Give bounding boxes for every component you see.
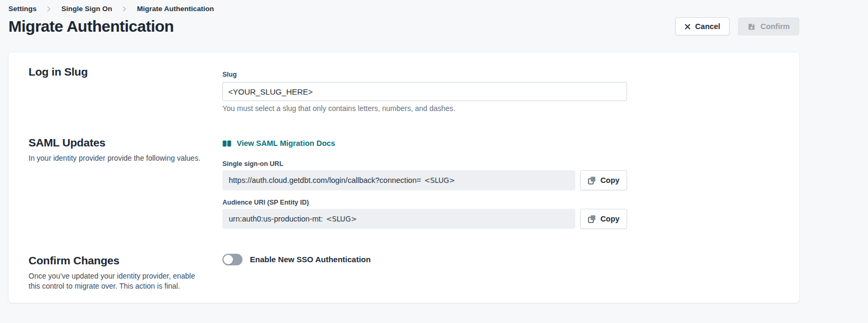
copy-audience-uri-button[interactable]: Copy (580, 209, 627, 229)
confirm-description: Once you’ve updated your identity provid… (29, 271, 203, 291)
breadcrumb-migrate-authentication: Migrate Authentication (137, 5, 214, 13)
copy-button-label: Copy (600, 176, 619, 184)
audience-uri-slug-token: <SLUG> (326, 215, 357, 223)
page-header: Migrate Authentication Cancel Confirm (8, 17, 799, 35)
slug-helper-text: You must select a slug that only contain… (222, 104, 627, 114)
x-icon (685, 24, 690, 30)
view-saml-migration-docs-link[interactable]: View SAML Migration Docs (222, 139, 335, 147)
enable-sso-toggle-label: Enable New SSO Authentication (250, 255, 371, 264)
enable-sso-toggle[interactable] (222, 254, 242, 265)
confirm-button-label: Confirm (760, 22, 790, 31)
audience-uri-label: Audience URI (SP Entity ID) (222, 199, 627, 206)
page-title: Migrate Authentication (8, 17, 174, 35)
sso-url-slug-token: <SLUG> (424, 176, 455, 184)
header-actions: Cancel Confirm (675, 17, 799, 35)
breadcrumb-settings[interactable]: Settings (8, 5, 36, 13)
saml-description: In your identity provider provide the fo… (29, 153, 203, 163)
copy-sso-url-button[interactable]: Copy (580, 170, 627, 190)
sso-url-value: https://auth.cloud.getdbt.com/login/call… (222, 170, 575, 190)
docs-link-label: View SAML Migration Docs (237, 139, 335, 147)
sso-url-row: https://auth.cloud.getdbt.com/login/call… (222, 170, 627, 190)
slug-field-label: Slug (222, 71, 627, 78)
cancel-button[interactable]: Cancel (675, 17, 730, 35)
save-icon (748, 23, 755, 31)
audience-uri-value: urn:auth0:us-production-mt: <SLUG> (222, 209, 575, 229)
toggle-knob (223, 255, 233, 264)
breadcrumb-single-sign-on[interactable]: Single Sign On (61, 5, 112, 13)
section-login-slug: Log in Slug Slug You must select a slug … (29, 65, 779, 114)
enable-sso-toggle-row: Enable New SSO Authentication (222, 254, 627, 265)
sso-url-prefix: https://auth.cloud.getdbt.com/login/call… (229, 176, 421, 184)
sso-url-label: Single sign-on URL (222, 161, 627, 168)
chevron-right-icon (47, 6, 51, 12)
book-icon (222, 140, 231, 147)
audience-uri-prefix: urn:auth0:us-production-mt: (229, 215, 323, 223)
breadcrumb: Settings Single Sign On Migrate Authenti… (8, 0, 799, 13)
copy-icon (587, 176, 596, 184)
migrate-authentication-page: Settings Single Sign On Migrate Authenti… (8, 0, 799, 303)
section-confirm-changes: Confirm Changes Once you’ve updated your… (29, 254, 779, 291)
chevron-right-icon (123, 6, 126, 12)
section-title-login-slug: Log in Slug (29, 65, 222, 79)
settings-card: Log in Slug Slug You must select a slug … (8, 52, 799, 303)
slug-input[interactable] (222, 82, 627, 101)
section-title-confirm-changes: Confirm Changes (29, 254, 222, 267)
section-saml-updates: SAML Updates In your identity provider p… (29, 136, 779, 229)
copy-button-label: Copy (600, 215, 619, 223)
confirm-button[interactable]: Confirm (738, 17, 799, 35)
audience-uri-row: urn:auth0:us-production-mt: <SLUG> Copy (222, 209, 627, 229)
cancel-button-label: Cancel (695, 22, 721, 31)
section-title-saml-updates: SAML Updates (29, 136, 222, 150)
copy-icon (587, 215, 596, 223)
